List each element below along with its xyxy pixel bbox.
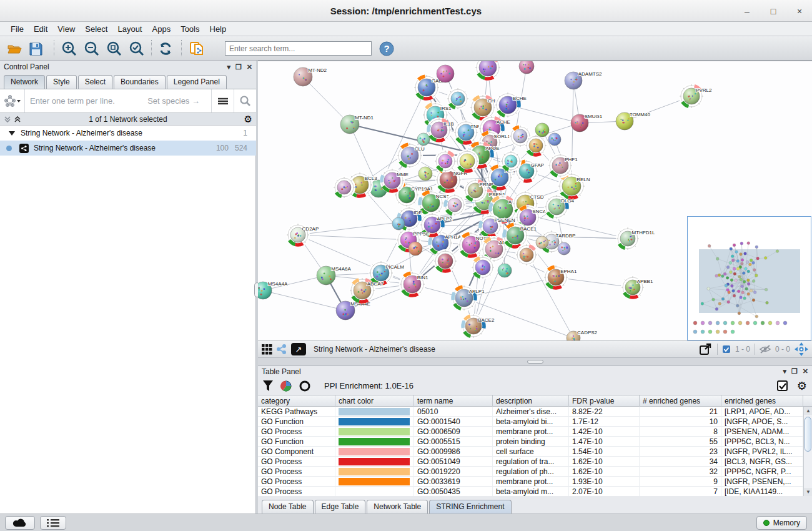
panel-menu-icon[interactable]: ▾: [227, 63, 230, 71]
network-node[interactable]: [455, 149, 479, 173]
help-icon[interactable]: ?: [377, 39, 396, 58]
network-node-MS4A4E[interactable]: MS4A4E: [336, 301, 370, 320]
panel-close-icon[interactable]: ✕: [803, 367, 808, 375]
network-node[interactable]: [536, 236, 548, 249]
network-node[interactable]: [447, 87, 469, 110]
task-list-button[interactable]: [40, 516, 66, 530]
network-node[interactable]: [475, 61, 501, 81]
table-settings-gear-icon[interactable]: ⚙: [797, 379, 807, 393]
panel-close-icon[interactable]: ✕: [247, 63, 252, 71]
network-node[interactable]: [392, 217, 405, 230]
grid-view-icon[interactable]: [262, 344, 272, 355]
network-node-BCHE[interactable]: BCHE: [495, 92, 527, 118]
network-node[interactable]: [515, 244, 538, 266]
network-node-ABCA7[interactable]: ABCA7: [349, 277, 384, 304]
network-node-ADAMTS2[interactable]: ADAMTS2: [565, 71, 602, 89]
string-query-input[interactable]: Enter one term per line. Set species →: [25, 96, 211, 106]
column-header-description[interactable]: description: [493, 395, 569, 407]
expand-triangle-icon[interactable]: [9, 131, 15, 136]
copy-network-icon[interactable]: [187, 39, 206, 58]
close-button[interactable]: ×: [795, 6, 805, 16]
table-scrollbar[interactable]: ▲ ▼: [803, 407, 812, 496]
string-search-icon[interactable]: [234, 89, 256, 112]
network-collection-row[interactable]: String Network - Alzheimer's disease 1: [0, 126, 256, 141]
save-icon[interactable]: [26, 39, 45, 58]
scrollbar-thumb[interactable]: [805, 417, 811, 452]
network-node[interactable]: [471, 256, 495, 279]
network-node-APLP1[interactable]: APLP1: [451, 285, 485, 311]
network-node-CD2AP[interactable]: CD2AP: [286, 223, 319, 247]
column-header-FDRp-value[interactable]: FDR p-value: [569, 395, 640, 407]
table-row[interactable]: GO ProcessGO:0019220regulation of ph...1…: [258, 467, 803, 477]
select-checkbox-icon[interactable]: [777, 380, 788, 392]
zoom-out-icon[interactable]: [82, 39, 101, 58]
memory-button[interactable]: Memory: [756, 516, 807, 530]
tab-network-table[interactable]: Network Table: [367, 500, 428, 514]
network-canvas[interactable]: MT-ND2MT-ND1VSNL1CD2APMS4A4AMS4A6AMS4A4E…: [258, 61, 812, 340]
tab-string-enrichment[interactable]: STRING Enrichment: [429, 500, 511, 514]
scroll-up-icon[interactable]: ▲: [804, 407, 812, 415]
network-node-MTHFD1L[interactable]: MTHFD1L: [616, 227, 655, 251]
network-node-BACE2[interactable]: BACE2: [461, 314, 495, 339]
table-row[interactable]: GO FunctionGO:0005515protein binding1.47…: [258, 437, 803, 447]
network-node-MT-ND1[interactable]: MT-ND1: [340, 115, 374, 134]
ring-chart-icon[interactable]: [299, 380, 310, 392]
column-header-category[interactable]: category: [258, 395, 335, 407]
tab-style[interactable]: Style: [46, 75, 77, 89]
network-node-MS4A6A[interactable]: MS4A6A: [317, 266, 351, 285]
zoom-fit-icon[interactable]: [105, 39, 124, 58]
network-node-TNF[interactable]: TNF: [453, 120, 480, 145]
birds-eye-view[interactable]: [687, 216, 811, 340]
splitter-grip[interactable]: [527, 360, 543, 364]
network-node-TOMM40[interactable]: TOMM40: [616, 112, 650, 130]
tab-boundaries[interactable]: Boundaries: [114, 75, 166, 89]
network-node-EPHA1[interactable]: EPHA1: [543, 265, 577, 290]
network-node[interactable]: [535, 123, 549, 137]
network-node[interactable]: [408, 242, 422, 256]
zoom-in-icon[interactable]: [60, 39, 79, 58]
filter-icon[interactable]: [263, 380, 273, 391]
network-node[interactable]: [333, 176, 355, 199]
network-node-IL1B[interactable]: IL1B: [427, 117, 454, 142]
column-header-enrichedgenes[interactable]: # enriched genes: [640, 395, 721, 407]
network-node[interactable]: [437, 65, 454, 82]
maximize-button[interactable]: □: [768, 6, 778, 16]
network-node-APBB1[interactable]: APBB1: [621, 275, 653, 299]
menu-item-help[interactable]: Help: [205, 23, 231, 35]
scroll-down-icon[interactable]: ▼: [804, 488, 812, 496]
zoom-selected-icon[interactable]: [127, 39, 146, 58]
menu-item-layout[interactable]: Layout: [113, 23, 146, 35]
network-node-SMUG1[interactable]: SMUG1: [571, 114, 603, 132]
cloud-tasks-button[interactable]: [5, 516, 35, 530]
panel-menu-icon[interactable]: ▾: [783, 367, 786, 375]
network-node[interactable]: [519, 61, 534, 74]
column-header-enrichedgenes[interactable]: enriched genes: [721, 395, 803, 407]
column-header-termname[interactable]: term name: [414, 395, 493, 407]
network-node-PVRL2[interactable]: PVRL2: [679, 84, 712, 109]
panel-float-icon[interactable]: ❐: [235, 63, 242, 71]
column-header-chartcolor[interactable]: chart color: [335, 395, 414, 407]
network-node[interactable]: [443, 194, 466, 216]
table-row[interactable]: GO ComponentGO:0009986cell surface1.54E-…: [258, 447, 803, 457]
table-row[interactable]: GO ProcessGO:0050435beta-amyloid m...2.0…: [258, 487, 803, 496]
table-row[interactable]: GO ProcessGO:0051049regulation of tra...…: [258, 457, 803, 467]
table-row[interactable]: GO ProcessGO:0033619membrane prot...1.93…: [258, 477, 803, 487]
export-network-icon[interactable]: [699, 343, 713, 355]
network-node[interactable]: [498, 264, 512, 277]
network-node[interactable]: [433, 249, 457, 273]
table-row[interactable]: GO ProcessGO:0006509membrane prot...1.42…: [258, 427, 803, 437]
panel-float-icon[interactable]: ❐: [791, 367, 798, 375]
network-node[interactable]: [525, 134, 547, 157]
tab-edge-table[interactable]: Edge Table: [315, 500, 366, 514]
detach-view-icon[interactable]: ↗: [291, 343, 306, 355]
menu-item-file[interactable]: File: [6, 23, 28, 35]
open-folder-icon[interactable]: [5, 39, 24, 58]
network-node-BIN1[interactable]: BIN1: [399, 271, 428, 297]
chart-color-icon[interactable]: [280, 380, 292, 392]
network-node-CLU[interactable]: CLU: [397, 142, 425, 169]
menu-item-view[interactable]: View: [53, 23, 79, 35]
search-input[interactable]: [225, 41, 372, 56]
menu-item-tools[interactable]: Tools: [176, 23, 204, 35]
network-node[interactable]: [418, 167, 432, 181]
network-node[interactable]: [417, 133, 430, 146]
